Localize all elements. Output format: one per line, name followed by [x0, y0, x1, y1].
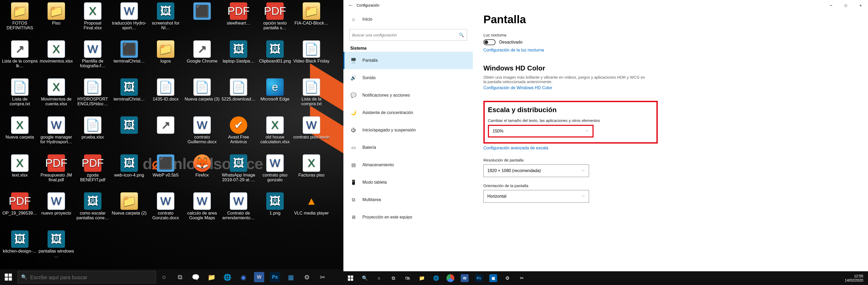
settings-icon[interactable]: ⚙ [500, 271, 515, 285]
taskbar-search[interactable]: 🔍 [18, 271, 156, 283]
resolution-dropdown[interactable]: 1920 × 1080 (recomendada) ﹀ [484, 165, 589, 177]
taskbar-app-generic[interactable]: ▦ [283, 269, 299, 285]
desktop-icon[interactable]: ⬛terminalChrist… [111, 40, 147, 73]
desktop-icon[interactable]: WContrato de arrendamiento… [220, 191, 257, 225]
desktop-icon[interactable]: Xold house calculation.xlsx [257, 116, 293, 149]
start-button[interactable] [0, 269, 17, 285]
sidebar-home[interactable]: ⌂ Inicio [343, 10, 473, 28]
taskview-icon[interactable]: ⧉ [172, 269, 188, 285]
desktop-icon[interactable]: 🖼Clipboard01.png [257, 40, 293, 73]
sidebar-item-proyecci-n-en-este-equipo[interactable]: 🖥Proyección en este equipo [343, 209, 473, 226]
desktop-icon[interactable]: 📁Nueva carpeta (2) [111, 191, 147, 225]
desktop-icon[interactable]: Wcontrato piso kevin [293, 116, 330, 149]
desktop-icon[interactable]: Wnuevo proyecto [38, 191, 74, 225]
sidebar-item-pantalla[interactable]: 🖥️Pantalla [343, 52, 473, 69]
desktop-icon[interactable]: 📄Lista de la compra.txt [293, 78, 330, 111]
desktop-icon[interactable]: 🖼web-icon-4.png [111, 153, 147, 187]
desktop-icon[interactable]: 🖼kitchen-design-… [2, 229, 38, 263]
sidebar-item-bater-a[interactable]: ▭Batería [343, 139, 473, 156]
cortana-icon[interactable]: ○ [156, 269, 172, 285]
desktop-icon[interactable]: PDFPresupuesto JM final.pdf [38, 153, 74, 187]
tray-clock[interactable]: 12:55 14/02/2020 [845, 274, 863, 282]
taskbar-app-settings[interactable]: ⚙ [299, 269, 315, 285]
nightlight-toggle[interactable] [484, 39, 496, 45]
desktop-icon[interactable]: ↗Lista de la compra lk… [2, 40, 38, 73]
desktop-icon[interactable]: Wcontrato piso gonzalo [257, 153, 293, 187]
desktop-icon[interactable]: WPlantilla de fotografía-f… [74, 40, 111, 73]
generic-app-icon[interactable]: ▦ [486, 271, 500, 285]
desktop-icon[interactable]: PDFsteelheart… [220, 2, 257, 35]
desktop-icon[interactable]: XProposal Final.xlsx [74, 2, 111, 35]
desktop-icon[interactable]: PDFopción texto pantalla s… [257, 2, 293, 35]
start-button[interactable] [343, 271, 358, 285]
desktop-icon[interactable]: XMovimientos de cuenta.xlsx [38, 78, 74, 111]
minimize-button[interactable]: ─ [824, 0, 838, 10]
desktop-icon[interactable]: 📁FOTOS DEFINITIVAS [2, 2, 38, 35]
orientation-dropdown[interactable]: Horizontal ﹀ [484, 190, 589, 203]
taskview-icon[interactable]: ⧉ [386, 271, 400, 285]
taskbar-app-snip[interactable]: ✂ [315, 269, 331, 285]
back-button[interactable]: ← [348, 3, 356, 8]
desktop-icon[interactable]: Wgoogle manager for Hydrosport… [38, 116, 74, 149]
desktop-icon[interactable]: ▲VLC media player [293, 191, 330, 225]
desktop-icon[interactable]: 🖼WhatsApp Image 2019-07-29 at … [220, 153, 257, 187]
scale-dropdown[interactable]: 150% ﹀ [488, 125, 593, 138]
explorer-icon[interactable]: 📁 [415, 271, 429, 285]
taskbar-search-input[interactable] [30, 274, 153, 280]
desktop-icon[interactable]: eMicrosoft Edge [257, 78, 293, 111]
desktop-icon[interactable]: 📄1435-ID.docx [147, 78, 184, 111]
taskbar-app-ps[interactable]: Ps [270, 272, 280, 282]
desktop-icon[interactable]: 📄Lista de compra.txt [2, 78, 38, 111]
desktop-icon[interactable]: 🖼como escalar pantallas cone… [74, 191, 111, 225]
taskbar-app[interactable]: 🗨️ [188, 269, 204, 285]
scale-advanced-link[interactable]: Configuración avanzada de escala [484, 146, 858, 150]
settings-search[interactable]: 🔍 [349, 29, 467, 41]
word-icon[interactable]: W [458, 271, 472, 285]
edge-icon[interactable]: 🌐 [429, 271, 443, 285]
desktop-icon[interactable]: 🖼laptop-1lastpa… [220, 40, 257, 73]
desktop-icon[interactable]: Xmovimientos.xlsx [38, 40, 74, 73]
desktop-icon[interactable]: 📄Video Black Friday [293, 40, 330, 73]
desktop-icon[interactable]: 🦊Firefox [184, 153, 220, 187]
desktop-icon[interactable]: XNueva carpeta [2, 116, 38, 149]
desktop-icon[interactable]: 🖼 [111, 116, 147, 149]
desktop-icon[interactable]: ↗ [147, 116, 184, 149]
store-icon[interactable]: 🛍 [400, 271, 415, 285]
desktop-icon[interactable]: Wtraducción Hydro-sport… [111, 2, 147, 35]
nightlight-link[interactable]: Configuración de la luz nocturna [484, 48, 858, 52]
hdcolor-link[interactable]: Configuración de Windows HD Color [484, 85, 858, 90]
desktop-icon[interactable]: 📄HYDROSPORT ENGLISHdoc… [74, 78, 111, 111]
ps-icon[interactable]: Ps [472, 271, 486, 285]
sidebar-item-almacenamiento[interactable]: ▤Almacenamiento [343, 156, 473, 174]
desktop-icon[interactable]: 🖼terminalChrist… [111, 78, 147, 111]
desktop-icon[interactable]: Wcalculo de area Google Maps [184, 191, 220, 225]
taskbar-app-chrome[interactable]: ◉ [235, 269, 251, 285]
taskbar-app-explorer[interactable]: 📁 [204, 269, 219, 285]
desktop-icon[interactable]: 🖼screenshot for NI… [147, 2, 184, 35]
sidebar-item-multitarea[interactable]: ⧉Multitarea [343, 191, 473, 209]
sidebar-item-inicio-apagado-y-suspensi-n[interactable]: ⏻Inicio/apagado y suspensión [343, 121, 473, 139]
desktop-icon[interactable]: 📄Nueva carpeta (3) [184, 78, 220, 111]
taskbar-app-word[interactable]: W [254, 272, 265, 282]
desktop-icon[interactable]: 📄prueba.xlsx [74, 116, 111, 149]
desktop-icon[interactable]: PDFOP_19_296539… [2, 191, 38, 225]
taskbar-app-edge[interactable]: 🌐 [219, 269, 235, 285]
close-button[interactable]: ✕ [853, 0, 868, 10]
sidebar-item-sonido[interactable]: 🔊Sonido [343, 69, 473, 86]
desktop-icon[interactable]: Wcontrato Guillermo.docx [184, 116, 220, 149]
desktop-icon[interactable]: PDFzgoda BENEFIT.pdf [74, 153, 111, 187]
desktop-icon[interactable]: XFacturas piso [293, 153, 330, 187]
settings-search-input[interactable] [352, 33, 459, 37]
sidebar-item-notificaciones-y-acciones[interactable]: 💬Notificaciones y acciones [343, 86, 473, 104]
desktop-icon[interactable]: 📄5225.download… [220, 78, 257, 111]
desktop-icon[interactable]: 🖼pantallas windows … [38, 229, 74, 263]
desktop-icon[interactable]: 🖼1.png [257, 191, 293, 225]
taskbar-search-icon[interactable]: 🔍 [358, 271, 372, 285]
desktop-icon[interactable]: 📁Piso [38, 2, 74, 35]
desktop-icon[interactable]: 📁FIA-CAD-Block… [293, 2, 330, 35]
snip-icon[interactable]: ✂ [515, 271, 529, 285]
desktop-icon[interactable]: 📁logos [147, 40, 184, 73]
desktop-icon[interactable]: ✔Avast Free Antivirus [220, 116, 257, 149]
desktop-icon[interactable]: ⬛WebP v0.5b5 [147, 153, 184, 187]
cortana-icon[interactable]: ○ [372, 271, 386, 285]
